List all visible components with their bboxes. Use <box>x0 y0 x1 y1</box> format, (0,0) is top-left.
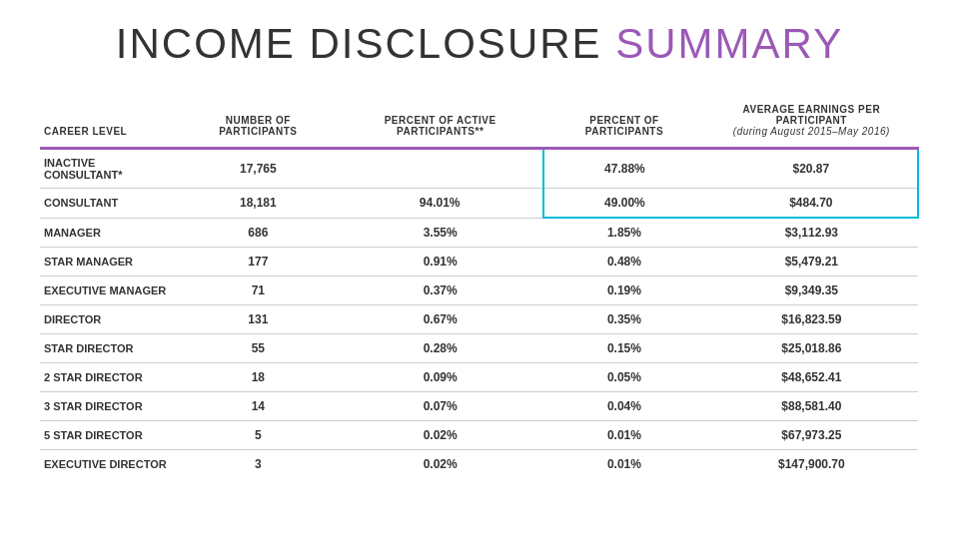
cell-num-participants: 18,181 <box>180 189 338 219</box>
table-row: STAR MANAGER1770.91%0.48%$5,479.21 <box>40 248 918 277</box>
cell-career: CONSULTANT <box>40 189 180 219</box>
header-career-level: CAREER LEVEL <box>40 96 180 149</box>
cell-num-participants: 131 <box>180 305 338 334</box>
cell-pct-of: 0.05% <box>543 363 704 392</box>
title-part1: INCOME DISCLOSURE <box>116 20 602 67</box>
cell-num-participants: 177 <box>180 248 338 277</box>
table-row: 5 STAR DIRECTOR50.02%0.01%$67,973.25 <box>40 421 918 450</box>
cell-num-participants: 55 <box>180 334 338 363</box>
cell-num-participants: 14 <box>180 392 338 421</box>
cell-avg-earnings: $25,018.86 <box>705 334 918 363</box>
table-row: MANAGER6863.55%1.85%$3,112.93 <box>40 218 918 248</box>
cell-pct-of: 0.48% <box>543 248 704 277</box>
cell-career: 2 STAR DIRECTOR <box>40 363 180 392</box>
cell-pct-of: 1.85% <box>543 218 704 248</box>
title-part2: SUMMARY <box>615 20 843 67</box>
cell-avg-earnings: $20.87 <box>705 149 918 189</box>
cell-pct-active: 3.55% <box>337 218 543 248</box>
cell-avg-earnings: $147,900.70 <box>705 450 918 479</box>
cell-pct-of: 0.01% <box>543 450 704 479</box>
cell-avg-earnings: $484.70 <box>705 189 918 219</box>
cell-pct-active: 0.28% <box>337 334 543 363</box>
table-row: EXECUTIVE DIRECTOR30.02%0.01%$147,900.70 <box>40 450 918 479</box>
cell-career: STAR MANAGER <box>40 248 180 277</box>
cell-avg-earnings: $5,479.21 <box>705 248 918 277</box>
header-num-participants: NUMBER OF PARTICIPANTS <box>180 96 338 149</box>
cell-pct-active: 0.02% <box>337 450 543 479</box>
table-row: STAR DIRECTOR550.28%0.15%$25,018.86 <box>40 334 918 363</box>
table-row: 3 STAR DIRECTOR140.07%0.04%$88,581.40 <box>40 392 918 421</box>
cell-pct-of: 0.15% <box>543 334 704 363</box>
cell-avg-earnings: $67,973.25 <box>705 421 918 450</box>
cell-career: EXECUTIVE MANAGER <box>40 277 180 305</box>
cell-avg-earnings: $16,823.59 <box>705 305 918 334</box>
table-wrapper: CAREER LEVEL NUMBER OF PARTICIPANTS PERC… <box>40 96 919 478</box>
cell-pct-active: 0.91% <box>337 248 543 277</box>
cell-num-participants: 71 <box>180 277 338 305</box>
cell-pct-active: 0.67% <box>337 305 543 334</box>
cell-pct-active: 0.37% <box>337 277 543 305</box>
cell-pct-active: 0.07% <box>337 392 543 421</box>
header-percent-active: PERCENT OF ACTIVE PARTICIPANTS** <box>337 96 543 149</box>
cell-career: INACTIVE CONSULTANT* <box>40 149 180 189</box>
cell-num-participants: 686 <box>180 218 338 248</box>
cell-avg-earnings: $88,581.40 <box>705 392 918 421</box>
cell-pct-active: 0.09% <box>337 363 543 392</box>
cell-career: DIRECTOR <box>40 305 180 334</box>
cell-pct-of: 0.35% <box>543 305 704 334</box>
cell-pct-active <box>337 149 543 189</box>
cell-career: MANAGER <box>40 218 180 248</box>
table-row: INACTIVE CONSULTANT*17,76547.88%$20.87 <box>40 149 918 189</box>
cell-pct-of: 0.01% <box>543 421 704 450</box>
cell-career: EXECUTIVE DIRECTOR <box>40 450 180 479</box>
table-header-row: CAREER LEVEL NUMBER OF PARTICIPANTS PERC… <box>40 96 918 149</box>
cell-career: 3 STAR DIRECTOR <box>40 392 180 421</box>
cell-avg-earnings: $3,112.93 <box>705 218 918 248</box>
cell-pct-of: 49.00% <box>543 189 704 219</box>
cell-pct-of: 47.88% <box>543 149 704 189</box>
cell-num-participants: 17,765 <box>180 149 338 189</box>
disclosure-table: CAREER LEVEL NUMBER OF PARTICIPANTS PERC… <box>40 96 919 478</box>
cell-pct-of: 0.19% <box>543 277 704 305</box>
cell-avg-earnings: $9,349.35 <box>705 277 918 305</box>
cell-avg-earnings: $48,652.41 <box>705 363 918 392</box>
cell-career: STAR DIRECTOR <box>40 334 180 363</box>
cell-pct-active: 94.01% <box>337 189 543 219</box>
table-row: EXECUTIVE MANAGER710.37%0.19%$9,349.35 <box>40 277 918 305</box>
header-percent-of: PERCENT OF PARTICIPANTS <box>543 96 704 149</box>
cell-num-participants: 18 <box>180 363 338 392</box>
table-row: 2 STAR DIRECTOR180.09%0.05%$48,652.41 <box>40 363 918 392</box>
table-row: CONSULTANT18,18194.01%49.00%$484.70 <box>40 189 918 219</box>
header-avg-earnings: AVERAGE EARNINGS PER PARTICIPANT (during… <box>705 96 918 149</box>
cell-pct-of: 0.04% <box>543 392 704 421</box>
page-title: INCOME DISCLOSURE SUMMARY <box>40 20 919 68</box>
cell-career: 5 STAR DIRECTOR <box>40 421 180 450</box>
table-row: DIRECTOR1310.67%0.35%$16,823.59 <box>40 305 918 334</box>
cell-num-participants: 3 <box>180 450 338 479</box>
cell-num-participants: 5 <box>180 421 338 450</box>
cell-pct-active: 0.02% <box>337 421 543 450</box>
